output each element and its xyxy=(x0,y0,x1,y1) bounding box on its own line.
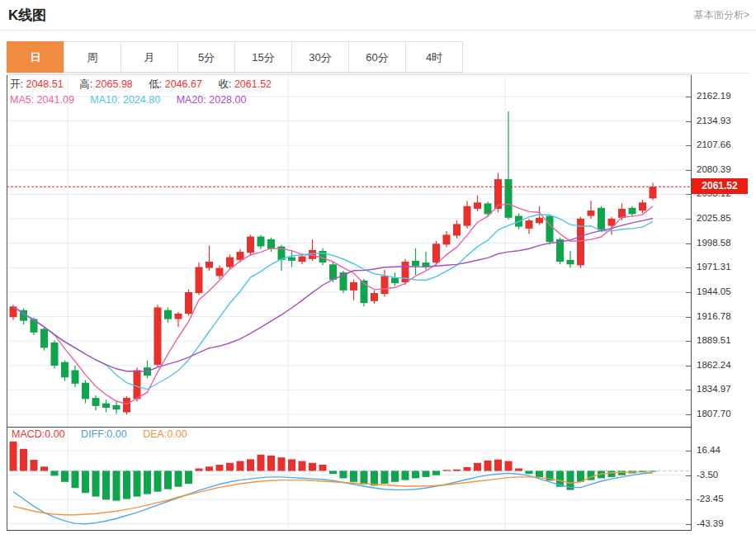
page-title: K线图 xyxy=(8,6,46,25)
open-value: 2048.51 xyxy=(26,78,63,90)
price-tick-label: 1834.97 xyxy=(697,384,749,394)
tab-5分[interactable]: 5分 xyxy=(177,41,235,73)
tab-30分[interactable]: 30分 xyxy=(291,41,349,73)
macd-tick-label: -3.50 xyxy=(697,470,749,480)
tab-月[interactable]: 月 xyxy=(120,41,178,73)
tab-周[interactable]: 周 xyxy=(64,41,121,73)
ma-readout: MA5: 2041.09 MA10: 2024.80 MA20: 2028.00 xyxy=(10,94,246,106)
period-tabs: 日周月5分15分30分60分4时 xyxy=(7,41,463,73)
close-value: 2061.52 xyxy=(234,78,272,90)
tick-mark xyxy=(686,499,691,500)
macd-readout: MACD:0.00 DIFF:0.00 DEA:0.00 xyxy=(12,428,187,440)
tick-mark xyxy=(686,341,691,342)
tick-mark xyxy=(686,451,691,452)
diff-value: DIFF:0.00 xyxy=(81,428,127,440)
tick-mark xyxy=(686,194,691,195)
tab-60分[interactable]: 60分 xyxy=(348,41,406,73)
price-tick-label: 1889.51 xyxy=(697,335,749,345)
price-tick-label: 2162.19 xyxy=(697,91,749,101)
open-label: 开: xyxy=(10,78,23,90)
tick-mark xyxy=(686,317,691,318)
tick-mark xyxy=(686,145,691,146)
macd-value: MACD:0.00 xyxy=(12,428,65,440)
dea-value: DEA:0.00 xyxy=(143,428,187,440)
ma10-readout: MA10: 2024.80 xyxy=(90,94,160,106)
macd-tick-label: -43.39 xyxy=(697,518,749,528)
price-tick-label: 1807.70 xyxy=(697,409,749,418)
price-tick-label: 1971.31 xyxy=(697,262,749,272)
price-tick-label: 2134.93 xyxy=(697,116,749,125)
kline-chart-canvas[interactable] xyxy=(7,74,692,531)
tick-mark xyxy=(686,524,691,525)
tick-mark xyxy=(686,267,691,268)
tick-mark xyxy=(686,475,691,476)
price-tick-label: 1916.78 xyxy=(697,311,749,321)
macd-tick-label: -23.45 xyxy=(697,494,749,504)
ma20-readout: MA20: 2028.00 xyxy=(177,94,247,106)
current-price-badge: 2061.52 xyxy=(692,178,748,194)
tick-mark xyxy=(686,390,691,390)
tab-15分[interactable]: 15分 xyxy=(234,41,292,73)
kline-page: K线图 基本面分析> 日周月5分15分30分60分4时 开: 2048.51 高… xyxy=(0,0,756,539)
price-tick-label: 1862.24 xyxy=(697,360,749,370)
tick-mark xyxy=(686,366,691,366)
high-value: 2065.98 xyxy=(96,78,133,90)
price-tick-label: 1998.58 xyxy=(697,238,749,248)
price-tick-label: 2080.39 xyxy=(697,164,749,174)
close-label: 收: xyxy=(218,78,231,90)
fundamental-analysis-link[interactable]: 基本面分析> xyxy=(694,8,749,22)
high-label: 高: xyxy=(79,78,92,90)
tab-日[interactable]: 日 xyxy=(7,41,64,73)
tick-mark xyxy=(686,414,691,415)
tick-mark xyxy=(686,219,691,220)
price-tick-label: 2107.66 xyxy=(697,139,749,149)
tick-mark xyxy=(686,243,691,244)
ma5-readout: MA5: 2041.09 xyxy=(10,94,74,106)
tick-mark xyxy=(686,121,691,122)
price-tick-label: 2025.85 xyxy=(697,213,749,223)
tick-mark xyxy=(686,97,691,97)
macd-tick-label: 16.44 xyxy=(697,445,749,455)
low-value: 2046.67 xyxy=(165,78,202,90)
price-tick-label: 1944.05 xyxy=(697,286,749,296)
low-label: 低: xyxy=(149,78,162,90)
ohlc-readout: 开: 2048.51 高: 2065.98 低: 2046.67 收: 2061… xyxy=(10,78,285,92)
tab-4时[interactable]: 4时 xyxy=(405,41,463,73)
tick-mark xyxy=(686,292,691,293)
tick-mark xyxy=(686,170,691,171)
page-header: K线图 基本面分析> xyxy=(0,0,756,31)
